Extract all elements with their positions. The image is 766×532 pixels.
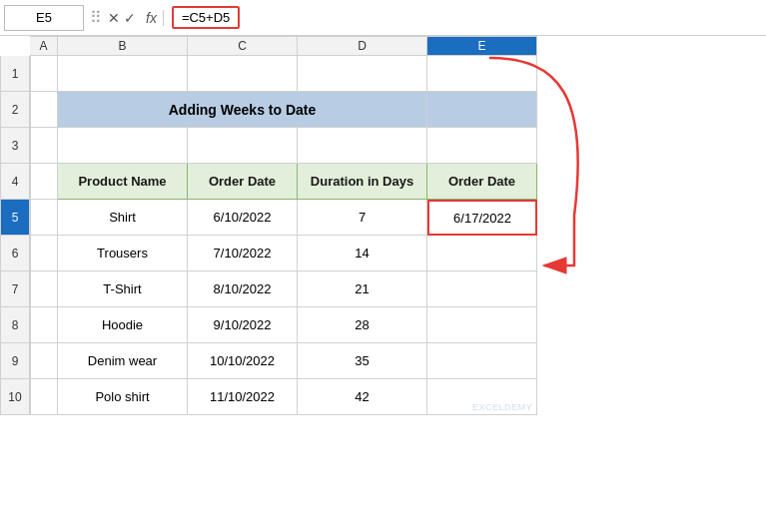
cell-b1[interactable] (58, 56, 188, 92)
cell-c7[interactable]: 8/10/2022 (188, 271, 298, 307)
row-header-6: 6 (0, 236, 30, 271)
row-header-2: 2 (0, 92, 30, 128)
table-row: Shirt 6/10/2022 7 6/17/2022 (30, 200, 766, 236)
table-row: Hoodie 9/10/2022 28 (30, 307, 766, 343)
cell-a9[interactable] (30, 343, 58, 379)
column-headers: A B C D E (30, 36, 766, 56)
confirm-icon[interactable]: ✓ (124, 10, 136, 26)
table-row: Adding Weeks to Date (30, 92, 766, 128)
cell-b9[interactable]: Denim wear (58, 343, 188, 379)
watermark: EXCELDEMY (472, 402, 532, 412)
table-row (30, 128, 766, 164)
cell-d6[interactable]: 14 (298, 236, 427, 271)
name-box[interactable] (4, 5, 84, 31)
cell-a2[interactable] (30, 92, 58, 128)
row-header-4: 4 (0, 164, 30, 200)
cell-d9[interactable]: 35 (298, 343, 427, 379)
cell-c8[interactable]: 9/10/2022 (188, 307, 298, 343)
row-header-7: 7 (0, 271, 30, 307)
cell-d7[interactable]: 21 (298, 271, 427, 307)
formula-bar-divider: ⠿ (90, 8, 102, 27)
fx-label: fx (140, 10, 164, 26)
cell-duration-header[interactable]: Duration in Days (298, 164, 427, 200)
cell-d5[interactable]: 7 (298, 200, 427, 236)
row-headers: 1 2 3 4 5 6 7 8 9 10 (0, 56, 30, 415)
spreadsheet-grid: A B C D E 1 2 3 4 5 6 7 8 9 10 (0, 36, 766, 415)
table-row: T-Shirt 8/10/2022 21 (30, 271, 766, 307)
cell-c5[interactable]: 6/10/2022 (188, 200, 298, 236)
cell-e2[interactable] (427, 92, 537, 128)
table-row: Denim wear 10/10/2022 35 (30, 343, 766, 379)
row-header-10: 10 (0, 379, 30, 415)
row-header-1: 1 (0, 56, 30, 92)
row-header-5: 5 (0, 200, 30, 236)
cell-e5[interactable]: 6/17/2022 (427, 200, 537, 236)
cell-title[interactable]: Adding Weeks to Date (58, 92, 427, 128)
cell-b10[interactable]: Polo shirt (58, 379, 188, 415)
cell-c3[interactable] (188, 128, 298, 164)
cell-e9[interactable] (427, 343, 537, 379)
cell-e1[interactable] (427, 56, 537, 92)
cell-d1[interactable] (298, 56, 427, 92)
cell-e7[interactable] (427, 271, 537, 307)
cell-c1[interactable] (188, 56, 298, 92)
row-header-8: 8 (0, 307, 30, 343)
grid-body: 1 2 3 4 5 6 7 8 9 10 Adding Wee (0, 56, 766, 415)
cell-a6[interactable] (30, 236, 58, 271)
cell-a3[interactable] (30, 128, 58, 164)
cell-e8[interactable] (427, 307, 537, 343)
cell-b8[interactable]: Hoodie (58, 307, 188, 343)
formula-bar: ⠿ ✕ ✓ fx =C5+D5 (0, 0, 766, 36)
table-row (30, 56, 766, 92)
cell-a5[interactable] (30, 200, 58, 236)
cell-c6[interactable]: 7/10/2022 (188, 236, 298, 271)
cell-d3[interactable] (298, 128, 427, 164)
col-header-e: E (427, 36, 537, 56)
cell-d10[interactable]: 42 (298, 379, 427, 415)
grid-rows: Adding Weeks to Date Product Name Order … (30, 56, 766, 415)
row-header-3: 3 (0, 128, 30, 164)
table-row: Trousers 7/10/2022 14 (30, 236, 766, 271)
col-header-c: C (188, 36, 298, 56)
cell-e10[interactable]: EXCELDEMY (427, 379, 537, 415)
cell-b6[interactable]: Trousers (58, 236, 188, 271)
cell-a7[interactable] (30, 271, 58, 307)
cell-order-date-header[interactable]: Order Date (188, 164, 298, 200)
row-header-9: 9 (0, 343, 30, 379)
cell-a8[interactable] (30, 307, 58, 343)
cell-order-date2-header[interactable]: Order Date (427, 164, 537, 200)
cell-b3[interactable] (58, 128, 188, 164)
cell-e3[interactable] (427, 128, 537, 164)
table-row: Product Name Order Date Duration in Days… (30, 164, 766, 200)
cell-a4[interactable] (30, 164, 58, 200)
cell-b5[interactable]: Shirt (58, 200, 188, 236)
cell-a1[interactable] (30, 56, 58, 92)
formula-bar-icons: ✕ ✓ (108, 10, 136, 26)
table-row: Polo shirt 11/10/2022 42 EXCELDEMY (30, 379, 766, 415)
cell-e6[interactable] (427, 236, 537, 271)
col-header-d: D (298, 36, 427, 56)
formula-display: =C5+D5 (172, 6, 240, 29)
cell-b7[interactable]: T-Shirt (58, 271, 188, 307)
col-header-b: B (58, 36, 188, 56)
col-header-a: A (30, 36, 58, 56)
cancel-icon[interactable]: ✕ (108, 10, 120, 26)
cell-a10[interactable] (30, 379, 58, 415)
cell-product-name-header[interactable]: Product Name (58, 164, 188, 200)
cell-c10[interactable]: 11/10/2022 (188, 379, 298, 415)
cell-c9[interactable]: 10/10/2022 (188, 343, 298, 379)
cell-d8[interactable]: 28 (298, 307, 427, 343)
